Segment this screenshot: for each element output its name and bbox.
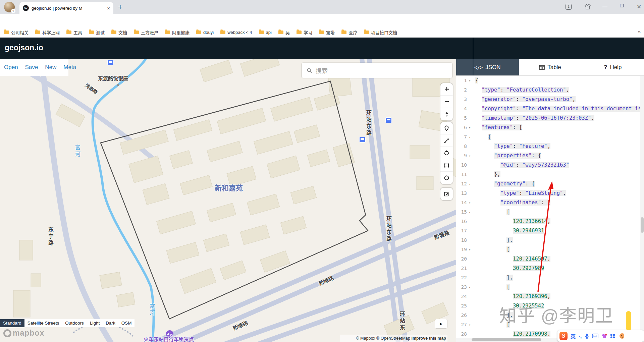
window-restore-button[interactable]: ❐ <box>620 3 624 8</box>
compass-button[interactable] <box>440 108 453 120</box>
edit-tool-group <box>440 188 453 200</box>
tab-help[interactable]: ? Help <box>581 59 644 75</box>
bookmark-item[interactable]: api <box>259 30 272 35</box>
style-dark[interactable]: Dark <box>103 319 118 327</box>
horizontal-scrollbar-thumb[interactable] <box>472 338 541 341</box>
line-number: 4 <box>456 104 467 113</box>
window-minimize-button[interactable]: — <box>602 3 607 9</box>
vertical-scrollbar-thumb[interactable] <box>641 217 644 233</box>
attrib-osm-link[interactable]: © OpenStreetMap <box>376 336 410 341</box>
bookmark-item[interactable]: 测试 <box>89 29 105 36</box>
fold-arrow-icon[interactable]: ▾ <box>467 76 473 86</box>
draw-polygon-button[interactable] <box>440 147 453 159</box>
ime-microphone-icon[interactable] <box>585 333 589 339</box>
geojson-logo[interactable]: geojson.io <box>5 43 43 52</box>
edit-feature-button[interactable] <box>440 188 453 200</box>
tab-close-icon[interactable]: × <box>107 5 110 11</box>
bookmark-item[interactable]: webpack < 4 <box>220 30 252 35</box>
ime-keyboard-icon[interactable] <box>592 334 598 338</box>
draw-line-button[interactable] <box>440 134 453 147</box>
ime-pencil-bar[interactable] <box>626 311 631 331</box>
line-number: 22 <box>456 273 467 282</box>
fold-arrow-icon[interactable]: ▾ <box>467 208 473 217</box>
folder-icon <box>364 31 369 34</box>
line-number: 16 <box>456 217 467 226</box>
browser-tab[interactable]: GJ geojson.io | powered by M × <box>19 2 113 14</box>
draw-marker-button[interactable] <box>440 122 453 134</box>
new-tab-button[interactable]: + <box>118 3 122 11</box>
style-outdoors[interactable]: Outdoors <box>62 319 87 327</box>
draw-circle-button[interactable] <box>440 172 453 184</box>
line-number: 17 <box>456 226 467 235</box>
bookmark-item[interactable]: 文档 <box>111 29 127 36</box>
line-number: 24 <box>456 292 467 301</box>
bookmark-item[interactable]: 科学上网 <box>35 29 60 36</box>
zoom-in-button[interactable] <box>440 83 453 96</box>
bookmark-item[interactable]: 阿里健康 <box>165 29 190 36</box>
gutter-divider <box>473 17 473 283</box>
bookmark-item[interactable]: 工具 <box>66 29 82 36</box>
bookmark-item[interactable]: 宝塔 <box>319 29 335 36</box>
ime-punctuation-toggle[interactable]: ·, <box>579 333 582 339</box>
street-label-dongning: 东宁路 <box>46 227 54 247</box>
bookmark-item[interactable]: 项目接口文档 <box>364 29 397 36</box>
line-number: 19 <box>456 245 467 254</box>
style-standard[interactable]: Standard <box>0 319 24 327</box>
folder-icon <box>89 31 94 34</box>
sogou-logo-icon[interactable]: S <box>559 332 568 340</box>
folder-icon <box>278 31 283 34</box>
theme-shirt-icon[interactable] <box>584 4 591 10</box>
attrib-improve-link[interactable]: Improve this map <box>412 336 446 341</box>
map-canvas[interactable]: 新和嘉苑 东渡酩悦银座 鸿泰路 东宁路 富河 富河 环站东路 环站东路 环站东 … <box>0 59 456 342</box>
code-editor[interactable]: 1▾{2 "type": "FeatureCollection",3 "gene… <box>456 76 640 342</box>
attrib-mapbox-link[interactable]: © Mapbox <box>356 336 375 341</box>
menu-open[interactable]: Open <box>4 64 18 71</box>
vertical-scrollbar[interactable] <box>640 76 644 342</box>
bookmarks-overflow-chevron[interactable]: » <box>638 29 641 35</box>
bookmark-item[interactable]: 吴 <box>278 29 290 36</box>
fold-arrow-icon[interactable]: ▾ <box>467 320 473 330</box>
ime-language-toggle[interactable]: 英 <box>571 333 576 340</box>
street-label-huanzhan-3: 环站东 <box>398 311 406 331</box>
bookmark-item[interactable]: 医疗 <box>341 29 357 36</box>
line-number: 8 <box>456 141 467 151</box>
fold-arrow-icon[interactable]: ▾ <box>467 198 473 208</box>
ime-skin-icon[interactable] <box>601 334 607 339</box>
mapbox-watermark-logo[interactable]: mapbox <box>3 329 44 338</box>
search-box[interactable]: 搜索 <box>302 63 452 78</box>
tab-table[interactable]: Table <box>519 59 582 75</box>
ime-emoji-icon[interactable] <box>618 333 624 339</box>
menu-save[interactable]: Save <box>25 64 38 71</box>
menu-new[interactable]: New <box>45 64 56 71</box>
table-icon <box>539 65 545 70</box>
folder-icon <box>220 31 225 34</box>
fold-arrow-icon[interactable]: ▾ <box>467 283 473 292</box>
search-icon <box>307 68 312 73</box>
fold-arrow-icon[interactable]: ▾ <box>467 123 473 132</box>
fold-arrow-icon[interactable]: ▾ <box>467 132 473 142</box>
tab-counter[interactable]: 1 <box>566 4 572 10</box>
line-number: 18 <box>456 235 467 245</box>
bookmark-item[interactable]: 学习 <box>297 29 312 36</box>
window-close-button[interactable]: ✕ <box>637 3 641 10</box>
draw-rectangle-button[interactable] <box>440 159 453 172</box>
profile-avatar[interactable]: v <box>4 2 15 12</box>
bookmark-item[interactable]: 公司相关 <box>4 29 29 36</box>
fold-arrow-icon[interactable]: ▾ <box>467 151 473 161</box>
bookmark-item[interactable]: douyi <box>196 30 214 35</box>
fold-arrow-icon[interactable]: ▾ <box>467 245 473 254</box>
style-osm[interactable]: OSM <box>118 319 135 327</box>
panel-collapse-button[interactable]: ▶ <box>435 319 447 328</box>
style-light[interactable]: Light <box>87 319 103 327</box>
bus-stop-icon <box>107 60 114 65</box>
line-number: 7 <box>456 132 467 141</box>
sogou-ime-bar[interactable]: S 英 ·, <box>557 330 644 342</box>
fold-arrow-icon[interactable]: ▾ <box>467 179 473 189</box>
bus-stop-icon <box>359 137 366 142</box>
bookmark-item[interactable]: 三方账户 <box>134 29 158 36</box>
zoom-out-button[interactable] <box>440 96 453 108</box>
ime-toolbox-grid-icon[interactable] <box>610 334 615 339</box>
menu-meta[interactable]: Meta <box>63 64 76 71</box>
tab-json[interactable]: </> JSON <box>456 59 519 75</box>
style-satellite-streets[interactable]: Satellite Streets <box>24 319 62 327</box>
